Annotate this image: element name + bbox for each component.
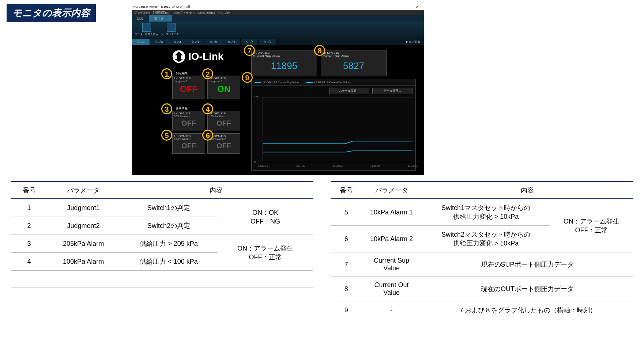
menu-language[interactable]: Language(L) bbox=[198, 11, 215, 14]
callout-7: 7 bbox=[244, 45, 255, 56]
scale-settings-button[interactable]: スケール設定… bbox=[329, 88, 369, 94]
tab-add-button[interactable]: ■ タブ追加 bbox=[402, 39, 424, 45]
panel-model: LK-DPA-11S bbox=[174, 112, 203, 115]
ribbon-tabs: 設定 モニター bbox=[132, 15, 424, 22]
x-tick: 13:27:22 bbox=[258, 164, 268, 167]
x-tick: 13:28:07 bbox=[370, 164, 380, 167]
panel-diag2: LK-DPA-11S 100kPa Alarm OFF bbox=[207, 111, 240, 131]
app-window: NQ Sensor Monitor - I11011_LK-DPA_FE機 — … bbox=[132, 3, 424, 175]
content-area: IO-Link 判定結果 診断情報 LK-DPA-11S Judgment 1 … bbox=[132, 45, 424, 175]
panel-title: Current Sup Value bbox=[253, 54, 315, 58]
tab-4[interactable]: タブ4 bbox=[186, 39, 204, 45]
param-table-left: 番号 パラメータ 内容 1 Judgment1 Switch1の判定 ON：OK… bbox=[11, 181, 313, 287]
x-tick: 13:28:22 bbox=[407, 164, 417, 167]
table-row: 3 205kPa Alarm 供給圧力 > 205 kPa ON：アラーム発生 … bbox=[11, 235, 313, 253]
panel-value: OFF bbox=[174, 118, 203, 129]
panel-value: 5827 bbox=[323, 58, 385, 74]
iolink-logo: IO-Link bbox=[172, 50, 223, 63]
panel-model: LK-DPA-11S bbox=[323, 51, 385, 54]
th-param: パラメータ bbox=[47, 182, 120, 199]
table-row: 8 Current Out Value 現在のOUTポート側圧力データ bbox=[331, 277, 633, 301]
th-no: 番号 bbox=[11, 182, 47, 199]
panel-current-sup: LK-DPA-11S Current Sup Value 11895 bbox=[251, 50, 317, 76]
panel-model: LK-DPA-11S bbox=[209, 134, 238, 138]
menu-detail[interactable]: 詳細設定(D) bbox=[153, 11, 169, 15]
table-row: 1 Judgment1 Switch1の判定 ON：OK OFF：NG bbox=[11, 199, 313, 217]
tab-8[interactable]: タブ8 bbox=[259, 39, 276, 45]
callout-1: 1 bbox=[161, 68, 172, 79]
ribbon-item-load[interactable]: モニター設定入読込 bbox=[135, 23, 158, 36]
panel-model: LK-DPA-11S bbox=[253, 51, 315, 54]
panel-value: 11895 bbox=[253, 58, 315, 74]
ribbon-item-simple[interactable]: シンプルモニター bbox=[161, 23, 181, 36]
panel-diag1: LK-DPA-11S 205kPa Alarm OFF bbox=[172, 111, 205, 131]
menu-help[interactable]: ヘルプ(H) bbox=[218, 11, 231, 15]
panel-value: OFF bbox=[174, 140, 203, 152]
callout-8: 8 bbox=[314, 45, 325, 56]
x-tick: 13:27:37 bbox=[295, 164, 305, 167]
panel-diag3: LK-DPA-11S 10kPa Alarm 1 OFF bbox=[172, 133, 205, 154]
tab-2[interactable]: タブ2 bbox=[150, 39, 168, 45]
ribbon-item-label: シンプルモニター bbox=[161, 33, 181, 36]
simple-monitor-icon bbox=[167, 23, 176, 32]
section-judgment-label: 判定結果 bbox=[176, 71, 188, 75]
panel-value: ON bbox=[209, 83, 238, 96]
table-row: 9 - ７および８をグラフ化したもの（横軸：時刻） bbox=[331, 301, 633, 319]
callout-6: 6 bbox=[202, 130, 213, 141]
callout-5: 5 bbox=[161, 130, 172, 141]
legend-2: LK-DPA-11S Current Out Value bbox=[306, 81, 350, 84]
param-table-right: 番号 パラメータ 内容 5 10kPa Alarm 1 Switch1マスタセッ… bbox=[331, 181, 633, 319]
window-minimize-button[interactable]: — bbox=[392, 5, 402, 9]
panel-value: OFF bbox=[174, 83, 203, 96]
tab-5[interactable]: タブ5 bbox=[204, 39, 222, 45]
th-no: 番号 bbox=[331, 182, 362, 199]
ribbon-tab-monitor[interactable]: モニター bbox=[149, 15, 172, 22]
monitor-load-icon bbox=[142, 23, 151, 32]
iolink-icon bbox=[172, 50, 185, 63]
x-tick: 13:27:52 bbox=[333, 164, 343, 167]
panel-judgment1: LK-DPA-11S Judgment 1 OFF bbox=[172, 76, 205, 99]
panel-judgment2: LK-DPA-11S Judgment 2 ON bbox=[207, 76, 240, 99]
tab-3[interactable]: タブ3 bbox=[168, 39, 186, 45]
y-tick: 0 bbox=[254, 161, 256, 163]
page-title: モニタの表示内容 bbox=[7, 4, 96, 22]
chart-plot: 100 0 13:27:22 13:27:37 13:27:52 13:28:0… bbox=[263, 97, 413, 162]
callout-3: 3 bbox=[161, 103, 172, 114]
panel-model: LK-DPA-11S bbox=[209, 77, 238, 80]
titlebar: NQ Sensor Monitor - I11011_LK-DPA_FE機 — … bbox=[132, 3, 424, 10]
tab-1[interactable]: タブ1 bbox=[132, 39, 150, 45]
panel-model: LK-DPA-11S bbox=[209, 112, 238, 115]
ribbon-item-label: モニター設定入読込 bbox=[135, 33, 158, 36]
panel-sub: Judgment 2 bbox=[209, 80, 238, 83]
chart-lines-icon bbox=[263, 97, 413, 162]
menu-iodd[interactable]: IODDファイル(I) bbox=[173, 11, 195, 15]
chart-box: LK-DPA-11S Current Sup Value LK-DPA-11S … bbox=[251, 79, 416, 171]
panel-sub: Judgment 1 bbox=[174, 80, 203, 83]
window-maximize-button[interactable]: □ bbox=[402, 5, 412, 9]
th-desc: 内容 bbox=[120, 182, 313, 199]
data-save-button[interactable]: データ保存… bbox=[372, 88, 413, 94]
panel-title: Current Out Value bbox=[323, 54, 385, 58]
panel-sub: 205kPa Alarm bbox=[174, 115, 203, 118]
menu-file[interactable]: ファイル(F) bbox=[134, 11, 150, 15]
tab-strip: タブ1 タブ2 タブ3 タブ4 タブ5 タブ6 タブ7 タブ8 ■ タブ追加 bbox=[132, 38, 424, 45]
panel-model: LK-DPA-11S bbox=[174, 134, 203, 138]
ribbon-tab-settings[interactable]: 設定 bbox=[132, 15, 149, 22]
y-tick: 100 bbox=[254, 96, 259, 99]
section-diag-label: 診断情報 bbox=[176, 106, 188, 110]
tables-wrap: 番号 パラメータ 内容 1 Judgment1 Switch1の判定 ON：OK… bbox=[11, 181, 633, 319]
ribbon-body: モニター設定入読込 シンプルモニター bbox=[132, 22, 424, 38]
iolink-text: IO-Link bbox=[188, 51, 223, 62]
window-close-button[interactable]: ✕ bbox=[412, 5, 422, 9]
panel-sub: 10kPa Alarm 2 bbox=[209, 138, 238, 140]
window-title: NQ Sensor Monitor - I11011_LK-DPA_FE機 bbox=[133, 5, 190, 9]
legend-1: LK-DPA-11S Current Sup Value bbox=[255, 81, 299, 84]
table-row: 7 Current Sup Value 現在のSUPポート側圧力データ bbox=[331, 252, 633, 277]
chart-legend: LK-DPA-11S Current Sup Value LK-DPA-11S … bbox=[252, 79, 415, 86]
tab-6[interactable]: タブ6 bbox=[222, 39, 240, 45]
callout-2: 2 bbox=[202, 68, 213, 79]
table-row: 5 10kPa Alarm 1 Switch1マスタセット時からの 供給圧力変化… bbox=[331, 199, 633, 226]
tab-7[interactable]: タブ7 bbox=[241, 39, 259, 45]
callout-9: 9 bbox=[242, 72, 253, 83]
panel-sub: 10kPa Alarm 1 bbox=[174, 138, 203, 140]
